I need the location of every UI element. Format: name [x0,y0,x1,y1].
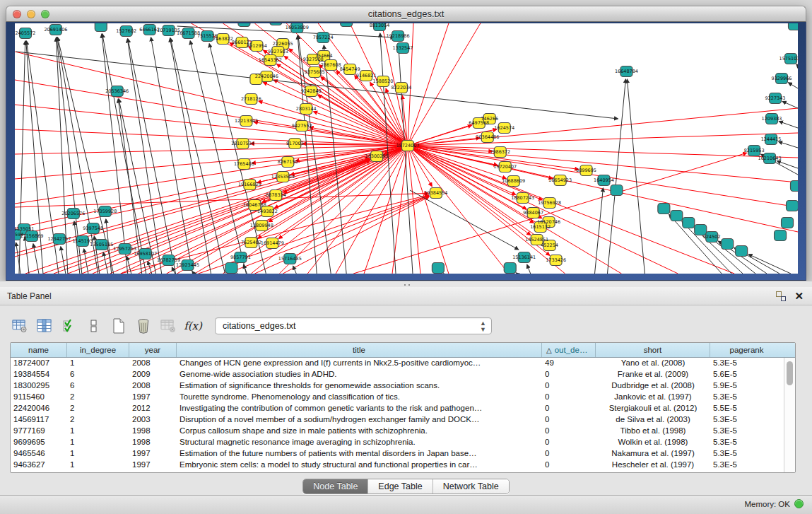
new-table-icon[interactable] [109,316,129,336]
svg-text:18107534: 18107534 [231,141,254,146]
table-scrollbar-thumb[interactable] [787,361,793,385]
svg-text:11809948: 11809948 [250,223,273,228]
svg-text:16210643: 16210643 [758,156,782,161]
column-header-year[interactable]: year [129,343,177,357]
cell-pagerank: 5.3E-5 [710,414,783,426]
cell-short: Tibbo et al. (1998) [596,426,710,437]
cell-year: 1998 [129,437,177,448]
table-scrollbar[interactable] [784,358,795,472]
svg-text:14524851: 14524851 [525,237,548,243]
network-canvas[interactable]: 1872400718300295746382286601238912954222… [15,23,798,274]
cell-short: Nakamura et al. (1997) [596,448,710,460]
network-window-titlebar[interactable]: citations_edges.txt [6,6,806,22]
cell-in_degree: 1 [67,426,129,437]
table-header-row: namein_degreeyeartitle△out_de…shortpager… [11,343,795,358]
svg-text:452254: 452254 [541,243,558,248]
svg-text:20536346: 20536346 [105,88,129,94]
panel-splitter[interactable] [0,281,812,287]
cell-name: 18300295 [11,380,67,392]
cell-in_degree: 6 [67,369,129,380]
combo-arrows-icon: ▲▼ [480,320,486,333]
cell-title: Estimation of significance thresholds fo… [177,380,542,392]
svg-text:1640954: 1640954 [594,177,614,183]
svg-text:8267150: 8267150 [278,159,298,165]
svg-text:9242848: 9242848 [301,88,322,94]
column-header-out_de[interactable]: △out_de… [542,343,596,357]
table-toolbar: f(x) citations_edges.txt ▲▼ [10,315,492,337]
svg-text:1615132: 1615132 [530,224,551,230]
column-header-short[interactable]: short [596,343,710,357]
table-row[interactable]: 977716911998Corpus callosum shape and si… [11,426,784,437]
cell-in_degree: 2 [67,403,129,414]
svg-text:15136141: 15136141 [512,255,536,260]
table-source-select[interactable]: citations_edges.txt ▲▼ [215,317,492,334]
float-panel-icon[interactable] [776,291,786,301]
svg-text:16046788: 16046788 [243,202,266,208]
splitter-grip-icon [404,284,411,286]
cell-name: 22420046 [11,403,67,414]
table-row[interactable]: 911546021997Tourette syndrome. Phenomeno… [11,392,784,403]
network-graph[interactable]: 1872400718300295746382286601238912954222… [15,23,798,274]
cell-name: 9115460 [11,392,67,403]
table-row[interactable]: 1938455462009Genome-wide association stu… [11,369,784,380]
svg-text:1332547: 1332547 [393,45,413,51]
cell-short: Wolkin et al. (1998) [596,437,710,448]
cell-in_degree: 1 [67,437,129,448]
cell-pagerank: 5.6E-5 [710,369,783,380]
close-panel-icon[interactable]: ✕ [794,291,804,301]
column-header-title[interactable]: title [177,343,542,357]
svg-text:9427552: 9427552 [292,123,312,129]
table-panel-header: Table Panel ✕ [0,287,812,305]
svg-text:746266: 746266 [481,116,498,122]
cell-pagerank: 5.5E-5 [710,403,783,414]
table-panel-title: Table Panel [7,291,52,301]
svg-text:1733426: 1733426 [546,257,566,263]
cell-short: Jankovic et al. (1997) [596,392,710,403]
column-header-pagerank[interactable]: pagerank [710,343,783,357]
table-mode-icon[interactable] [84,316,104,336]
cell-title: Changes of HCN gene expression and I(f) … [177,358,542,369]
table-row[interactable]: 2242004622012Investigating the contribut… [11,403,784,414]
cell-year: 2012 [129,403,177,414]
select-rows-icon[interactable] [59,316,79,336]
table-row[interactable]: 946362711997Embryonic stem cells: a mode… [11,460,784,471]
table-panel-body: f(x) citations_edges.txt ▲▼ namein_degre… [0,305,812,495]
node-table: namein_degreeyeartitle△out_de…shortpager… [10,342,796,473]
table-source-value: citations_edges.txt [223,321,296,331]
network-frame: 1872400718300295746382286601238912954222… [6,22,806,281]
table-row[interactable]: 1872400712008Changes of HCN gene express… [11,358,784,369]
svg-text:9227343: 9227343 [765,95,786,101]
table-settings-icon[interactable] [10,316,30,336]
table-row[interactable]: 969969511998Structural magnetic resonanc… [11,437,784,448]
svg-text:2718126: 2718126 [241,96,261,102]
column-visibility-icon[interactable] [35,316,54,336]
cell-out_de: 49 [542,358,596,369]
tab-network-table[interactable]: Network Table [433,479,509,493]
svg-text:19384554: 19384554 [424,190,447,196]
table-row[interactable]: 1456911722003Disruption of a novel membe… [11,414,784,426]
svg-text:1527602: 1527602 [116,28,136,34]
svg-text:8454749: 8454749 [340,66,360,72]
cell-title: Investigating the contribution of common… [177,403,542,414]
svg-text:6899695: 6899695 [576,168,596,173]
cell-pagerank: 5.9E-5 [710,380,783,392]
svg-text:754664: 754664 [315,53,333,59]
function-builder-icon[interactable]: f(x) [183,316,203,336]
svg-text:17359928: 17359928 [93,209,117,214]
column-header-in_degree[interactable]: in_degree [67,343,129,357]
cell-pagerank: 5.3E-5 [710,392,783,403]
cell-short: Yano et al. (2008) [596,358,710,369]
tab-edge-table[interactable]: Edge Table [368,479,433,493]
table-row[interactable]: 1830029562008Estimation of significance … [11,380,784,392]
table-row[interactable]: 946554611997Estimation of the future num… [11,448,784,460]
delete-table-icon[interactable] [134,316,153,336]
svg-text:18724007: 18724007 [396,143,420,148]
tab-node-table[interactable]: Node Table [303,479,368,493]
cell-title: Embryonic stem cells: a model to study s… [177,460,542,471]
cell-pagerank: 5.3E-5 [710,448,783,460]
cell-year: 2009 [129,369,177,380]
svg-text:7515526: 7515526 [197,33,218,39]
status-bar: Memory: OK [0,495,812,514]
column-header-name[interactable]: name [11,343,67,357]
network-window: citations_edges.txt 18724007183002957463… [6,6,806,281]
